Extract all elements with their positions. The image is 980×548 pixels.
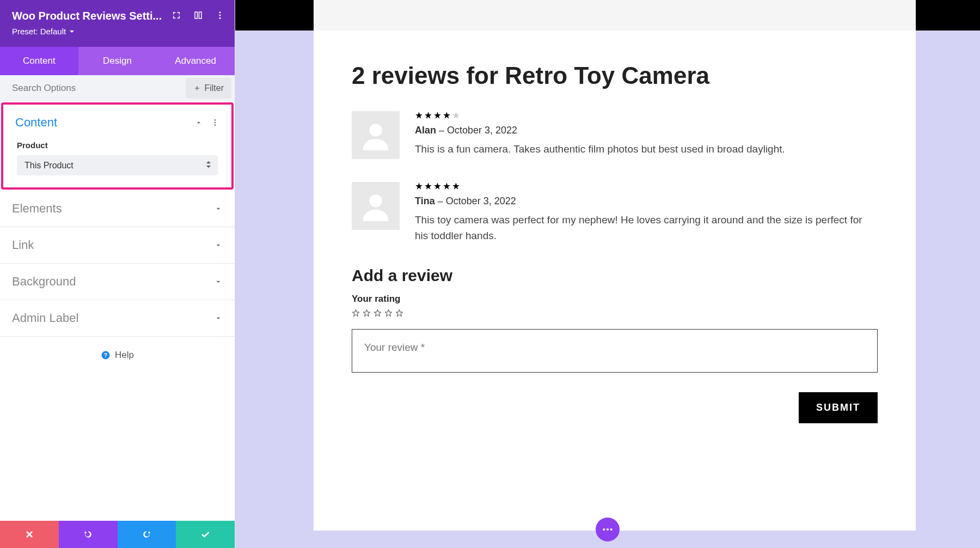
avatar xyxy=(352,182,400,230)
chevron-down-icon xyxy=(214,277,223,286)
review-date: October 3, 2022 xyxy=(446,196,516,206)
star-icon xyxy=(415,111,423,119)
close-icon xyxy=(24,529,35,540)
search-row: Filter xyxy=(0,75,235,101)
tab-design[interactable]: Design xyxy=(78,47,157,75)
review-separator: – xyxy=(435,196,446,206)
star-icon xyxy=(433,111,442,119)
star-icon[interactable] xyxy=(395,309,403,317)
chevron-down-icon xyxy=(69,29,75,34)
redo-button[interactable] xyxy=(118,521,176,548)
section-elements-title: Elements xyxy=(12,202,62,216)
star-icon[interactable] xyxy=(373,309,382,317)
top-bar-center xyxy=(314,0,916,31)
svg-point-9 xyxy=(369,194,382,207)
top-bar-right xyxy=(916,0,980,31)
preset-label: Preset: Default xyxy=(12,27,66,36)
expand-icon[interactable] xyxy=(171,10,181,22)
section-link-title: Link xyxy=(12,238,34,252)
review-author: Alan xyxy=(415,125,436,136)
review-meta: Alan – October 3, 2022 xyxy=(415,125,878,136)
review-item: Alan – October 3, 2022 This is a fun cam… xyxy=(352,111,878,159)
help-icon: ? xyxy=(101,350,111,360)
search-input[interactable] xyxy=(0,75,186,101)
section-elements-header[interactable]: Elements xyxy=(0,191,235,227)
settings-tabs: Content Design Advanced xyxy=(0,47,235,75)
filter-button[interactable]: Filter xyxy=(186,78,231,99)
reviews-title: 2 reviews for Retro Toy Camera xyxy=(352,62,878,89)
section-content-title: Content xyxy=(15,115,57,130)
sidebar-header: Woo Product Reviews Setti... Preset: Def… xyxy=(0,0,235,47)
svg-point-1 xyxy=(219,14,221,16)
more-icon[interactable] xyxy=(211,118,219,127)
section-content-header[interactable]: Content xyxy=(3,105,231,141)
review-textarea[interactable] xyxy=(352,329,878,373)
review-text: This toy camera was perfect for my nephe… xyxy=(415,212,878,243)
tab-advanced[interactable]: Advanced xyxy=(156,47,235,75)
section-background-header[interactable]: Background xyxy=(0,264,235,300)
module-options-fab[interactable] xyxy=(596,517,620,541)
svg-point-10 xyxy=(603,528,605,531)
svg-point-0 xyxy=(219,11,221,13)
more-horizontal-icon xyxy=(602,528,613,531)
more-icon[interactable] xyxy=(215,10,225,22)
section-admin-label-title: Admin Label xyxy=(12,311,78,325)
star-icon xyxy=(433,182,442,190)
help-label: Help xyxy=(115,350,134,361)
add-review-title: Add a review xyxy=(352,266,878,285)
avatar xyxy=(352,111,400,159)
svg-point-12 xyxy=(610,528,612,531)
check-icon xyxy=(200,529,211,540)
person-icon xyxy=(360,120,391,150)
rating-input[interactable] xyxy=(352,309,878,317)
svg-point-5 xyxy=(215,124,216,126)
cancel-button[interactable] xyxy=(0,521,59,548)
section-link: Link xyxy=(0,227,235,264)
columns-icon[interactable] xyxy=(193,10,203,22)
help-link[interactable]: ? Help xyxy=(0,337,235,374)
module-title: Woo Product Reviews Setti... xyxy=(12,10,162,22)
section-elements: Elements xyxy=(0,191,235,227)
product-field-label: Product xyxy=(17,141,218,150)
settings-sidebar: Woo Product Reviews Setti... Preset: Def… xyxy=(0,0,235,548)
section-background: Background xyxy=(0,264,235,300)
section-admin-label-header[interactable]: Admin Label xyxy=(0,300,235,336)
preset-selector[interactable]: Preset: Default xyxy=(12,27,225,36)
section-link-header[interactable]: Link xyxy=(0,227,235,263)
rating-display xyxy=(415,182,878,190)
star-icon[interactable] xyxy=(363,309,371,317)
undo-icon xyxy=(83,529,94,540)
star-icon xyxy=(452,182,460,190)
section-admin-label: Admin Label xyxy=(0,300,235,337)
star-icon[interactable] xyxy=(352,309,360,317)
svg-text:?: ? xyxy=(104,352,107,358)
plus-icon xyxy=(193,84,201,92)
section-background-title: Background xyxy=(12,275,76,289)
star-icon xyxy=(424,111,432,119)
review-author: Tina xyxy=(415,196,435,206)
chevron-down-icon xyxy=(214,241,223,249)
undo-button[interactable] xyxy=(59,521,118,548)
top-bar-left xyxy=(235,0,314,31)
rating-label: Your rating xyxy=(352,294,878,305)
star-icon xyxy=(443,182,451,190)
review-date: October 3, 2022 xyxy=(447,125,517,136)
star-icon xyxy=(443,111,451,119)
confirm-button[interactable] xyxy=(176,521,235,548)
review-separator: – xyxy=(436,125,447,136)
tab-content[interactable]: Content xyxy=(0,47,78,75)
star-icon[interactable] xyxy=(384,309,393,317)
footer-actions xyxy=(0,521,235,548)
redo-icon xyxy=(141,529,152,540)
rating-display xyxy=(415,111,878,119)
star-icon xyxy=(424,182,432,190)
review-text: This is a fun camera. Takes authentic fi… xyxy=(415,142,878,157)
preview-canvas: 2 reviews for Retro Toy Camera Alan – Oc… xyxy=(235,0,980,548)
submit-button[interactable]: SUBMIT xyxy=(799,392,878,423)
person-icon xyxy=(360,191,391,221)
star-icon xyxy=(415,182,423,190)
product-select[interactable]: This Product xyxy=(17,155,218,175)
svg-point-11 xyxy=(607,528,609,531)
svg-point-4 xyxy=(215,122,216,124)
chevron-down-icon xyxy=(214,204,223,213)
